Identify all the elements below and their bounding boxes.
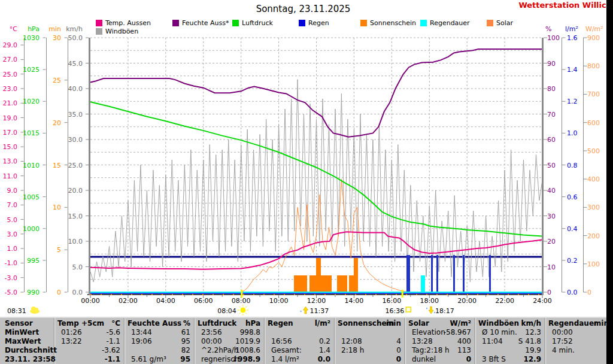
axis-tick-label: -5.0 [5,289,17,296]
table-cell-value: ↓998.9 [196,355,260,364]
legend-swatch [172,20,179,26]
table-row-label: 23.11. 23:58 [5,355,53,364]
axis-tick-label: 15.0 [3,143,18,151]
table-cell-value: -58.967 [407,328,471,337]
axis-tick-label: 50 [547,162,556,169]
marker-time: 18:17 [435,307,454,315]
axis-tick-label: 40.0 [68,85,83,93]
axis-tick-label: 19.0 [3,114,18,122]
right-black-strip [606,0,613,364]
table-cell-value: 61 [126,328,190,337]
axis-tick-label: 9.0 [7,187,18,195]
page-title: Sonntag, 23.11.2025 [0,4,606,14]
marker-time: 11:37 [310,307,329,315]
series-solar [241,179,411,292]
sunshine-bar [337,275,347,293]
axis-tick-label: -3.0 [5,274,17,282]
table-cell-value: 4 [336,337,401,346]
axis-tick-label: 35.0 [68,111,83,119]
axis-tick-label: 1025 [23,66,40,74]
axis-tick-label: 1.4 [567,66,578,74]
table-column-separator [124,318,125,364]
axis-tick-label: 10.0 [68,238,83,245]
legend-label: Solar [496,19,513,27]
legend-item: Regendauer [420,19,470,26]
rain-bar [406,255,408,293]
table-column-unit: % [126,319,190,328]
axis-tick-label: 0.2 [567,257,578,265]
stats-table: SensorMinWertMaxWertDurchschnitt23.11. 2… [0,317,606,364]
axis-tick-label: 400 [587,175,600,183]
legend-item: Windböen [96,28,138,35]
sunshine-bar [294,275,307,293]
table-cell-value: 0 [336,346,401,355]
axis-tick-label: 300 [587,204,600,211]
table-cell-value: 1.4 [266,346,330,355]
axis-tick-label: 17.0 [3,129,18,136]
legend-label: Sonnenschein [370,19,416,27]
axis-tick-label: 25.0 [3,71,18,78]
table-cell-time: 17:52 [552,337,609,346]
table-column-unit: km/h [477,319,541,328]
axis-tick-label: 20 [547,238,556,245]
axis-unit-label: % [545,25,551,33]
legend-label: Temp. Aussen [105,19,151,27]
table-row-label: MinWert [5,328,53,337]
table-column-unit: l/m² [266,319,330,328]
axis-tick-label: 995 [27,257,40,265]
legend-item: Regen [299,19,329,26]
axis-tick-label: 70 [547,111,556,119]
rain-bar [453,255,455,293]
axis-tick-label: 7.0 [7,201,18,209]
axis-tick-label: 45.0 [68,60,83,68]
axis-tick-label: 900 [587,34,600,42]
table-cell-value: 0 [407,355,471,364]
sunshine-bar [309,275,316,293]
axis-tick-label: 0.0 [567,289,578,296]
axis-tick-label: 1.2 [567,98,578,105]
axis-unit-label: °C [10,25,18,33]
legend-item: Solar [487,19,513,26]
axis-tick-label: 25.0 [68,162,83,169]
table-cell-value: S 41.8 [477,337,541,346]
legend-item: Sonnenschein [360,19,416,26]
table-column-separator [264,318,265,364]
axis-tick-label: 600 [587,119,600,127]
axis-tick-label: 200 [587,232,600,240]
table-row-label: MaxWert [5,337,53,346]
axis-tick-label: 30.0 [68,136,83,144]
axis-tick-label: 0 [547,289,551,296]
axis-tick-label: 30 [53,34,61,42]
table-column-separator [334,318,335,364]
table-cell-value: 998.8 [196,328,260,337]
axis-tick-label: 1.0 [567,129,578,137]
rain-duration-bar [421,275,425,293]
axis-tick-label: 500 [587,147,600,155]
axis-tick-label: 5.0 [7,216,18,224]
moon-cloud-icon [30,307,40,314]
rain-bar [408,255,410,293]
table-cell-value: -1.1 [56,355,120,364]
axis-tick-label: 0.6 [567,193,578,201]
axis-tick-label: 30 [547,213,556,220]
axis-tick-label: 1010 [23,162,40,169]
axis-tick-label: 0 [587,289,591,296]
axis-tick-label: 0.4 [567,225,578,233]
legend-swatch [299,20,305,26]
station-name: Wetterstation Willich [518,1,612,10]
legend-label: Luftdruck [242,19,273,27]
legend-label: Regendauer [430,19,470,27]
arrow-up-icon [300,307,308,314]
axis-unit-label: min [48,25,61,33]
table-cell-value: -1.1 [56,337,120,346]
legend-label: Regen [308,19,329,27]
axis-tick-label: 0.8 [567,162,578,169]
axis-tick-label: 1020 [23,98,40,105]
legend-swatch [96,28,102,35]
table-cell-value: 1019.9 [196,337,260,346]
table-column-unit: min [336,319,401,328]
axis-tick-label: -1.0 [5,259,17,267]
table-cell-value: 12.3 [477,328,541,337]
axis-tick-label: 800 [587,62,600,70]
axis-tick-label: 1000 [23,225,40,233]
